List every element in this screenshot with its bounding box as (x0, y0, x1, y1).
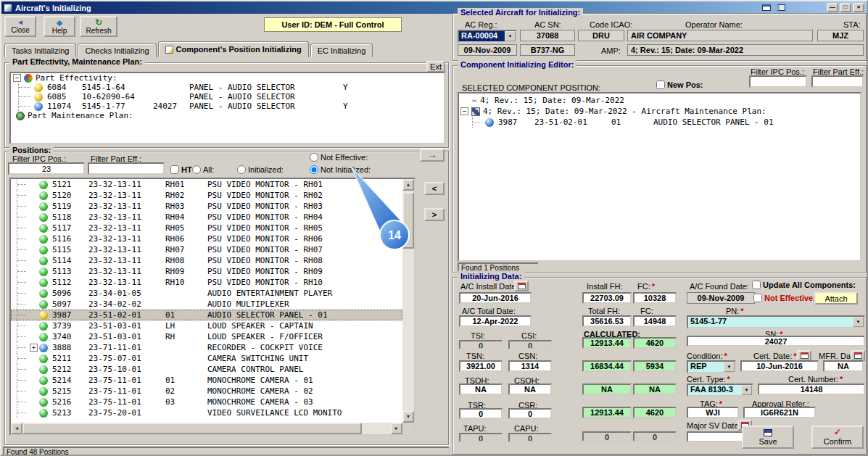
attach-button[interactable]: Attach (814, 292, 858, 304)
position-row[interactable]: + 5211 23-75-07-01 CAMERA SWITCHING UNIT (11, 353, 402, 364)
close-button[interactable]: ◄ Close (4, 16, 36, 37)
total-fh-field[interactable]: 35616.53 (582, 315, 632, 327)
position-row[interactable]: + 5120 23-32-13-11 RH02 PSU VIDEO MONITO… (11, 190, 402, 201)
total-fc-field[interactable]: 14948 (633, 315, 677, 327)
cert-type-select[interactable]: FAA 8130-3 ▼ (687, 384, 753, 397)
mfr-date-field[interactable]: NA (823, 360, 864, 372)
move-left-single-button[interactable]: < (424, 182, 445, 195)
radio-initialized[interactable]: Initialized: (237, 165, 284, 174)
approval-refer-field[interactable]: IG6R621N (743, 407, 816, 418)
scroll-right-button[interactable]: ► (391, 423, 402, 434)
titlebar-tool-icon-2[interactable] (774, 3, 788, 12)
position-row[interactable]: + 5216 23-75-11-01 03 MONOCHROME CAMERA … (11, 397, 402, 407)
radio-not-effective[interactable]: Not Effective: (310, 153, 368, 162)
position-row[interactable]: + 5096 23-34-01-05 AUDIO ENTERTAINMENT P… (11, 288, 402, 299)
position-row[interactable]: + 5116 23-32-13-11 RH06 PSU VIDEO MONITO… (11, 233, 402, 244)
minimize-button[interactable]: — (827, 3, 838, 12)
amp-node-row[interactable]: ✂ 4; Rev.: 15; Date: 09-Mar-2022 (459, 96, 860, 105)
confirm-button[interactable]: ✓ Confirm (811, 426, 864, 449)
install-fh-field[interactable]: 22703.09 (582, 292, 632, 304)
tab-tasks-initializing[interactable]: Tasks Initializing (4, 43, 76, 57)
close-window-button[interactable]: × (853, 3, 864, 12)
editor-filter-ipc-input[interactable] (749, 75, 807, 88)
tag-field[interactable]: WJI (687, 407, 739, 418)
tab-components-position-initializing[interactable]: Component's Position Initializing (158, 41, 309, 57)
tree-root-row[interactable]: − Part Effectivity: (11, 73, 444, 83)
position-row[interactable]: + 5121 23-32-13-11 RH01 PSU VIDEO MONITO… (11, 179, 402, 190)
not-effective-checkbox[interactable]: Not Effective: (753, 294, 816, 302)
position-row[interactable]: + 5112 23-32-13-11 RH10 PSU VIDEO MONITO… (11, 277, 402, 288)
dropdown-icon[interactable]: ▼ (741, 385, 752, 395)
radio-not-initialized-input[interactable] (310, 165, 318, 174)
tsn-field[interactable]: 3921.00 (459, 360, 503, 372)
horizontal-scrollbar[interactable]: ◄ ► (11, 423, 402, 434)
tsr-field[interactable]: 0 (459, 408, 503, 419)
radio-initialized-input[interactable] (237, 165, 246, 174)
refresh-button[interactable]: ↻ Refresh (80, 16, 117, 37)
csoh-field[interactable]: NA (508, 384, 552, 395)
cert-number-field[interactable]: 14148 (758, 384, 865, 395)
ac-total-date-field[interactable]: 12-Apr-2022 (459, 315, 532, 327)
position-row[interactable]: + 5213 23-75-20-01 VIDEO SURVEILANCE LCD… (11, 407, 402, 418)
new-pos-checkbox-input[interactable] (656, 80, 665, 89)
component-editor-tree[interactable]: ✂ 4; Rev.: 15; Date: 09-Mar-2022 − 4; Re… (458, 92, 861, 262)
tsoh-field[interactable]: NA (459, 384, 503, 395)
part-effectivity-item[interactable]: 6085 10-62090-64 PANEL - AUDIO SELECTOR (11, 92, 444, 101)
position-row[interactable]: + 3740 23-51-03-01 RH LOUD SPEAKER - F/O… (11, 331, 402, 342)
scroll-down-button[interactable]: ▼ (402, 411, 414, 423)
position-row[interactable]: + 3888 23-71-11-01 RECORDER - COCKPIT VO… (11, 342, 402, 353)
tab-checks-initializing[interactable]: Checks Initializing (78, 43, 156, 57)
dropdown-icon[interactable]: ▼ (724, 362, 735, 372)
part-effectivity-item[interactable]: 11074 5145-1-77 24027 PANEL - AUDIO SELE… (11, 101, 444, 111)
position-row[interactable]: + 5114 23-32-13-11 RH08 PSU VIDEO MONITO… (11, 255, 402, 266)
position-row[interactable]: + 5215 23-75-11-01 02 MONOCHROME CAMERA … (11, 386, 402, 397)
not-effective-checkbox-input[interactable] (753, 294, 762, 302)
position-row[interactable]: + 5117 23-32-13-11 RH05 PSU VIDEO MONITO… (11, 223, 402, 233)
position-row[interactable]: + 3987 23-51-02-01 01 AUDIO SELECTOR PAN… (11, 310, 402, 320)
cert-date-field[interactable]: 10-Jun-2016 (740, 360, 819, 372)
ext-button[interactable]: Ext (426, 61, 445, 72)
csr-field[interactable]: 0 (508, 408, 552, 419)
help-button[interactable]: ◆ Help (44, 16, 75, 37)
position-row[interactable]: + 5118 23-32-13-11 RH04 PSU VIDEO MONITO… (11, 212, 402, 223)
update-all-checkbox-input[interactable] (752, 281, 761, 289)
radio-all-input[interactable] (192, 165, 201, 174)
sn-field[interactable]: 24027 (687, 336, 865, 347)
selected-component-row[interactable]: 3987 23-51-02-01 01 AUDIO SELECTOR PANEL… (459, 117, 860, 127)
radio-not-effective-input[interactable] (310, 153, 318, 162)
ht-checkbox-input[interactable] (170, 165, 179, 174)
scroll-left-button[interactable]: ◄ (11, 423, 22, 434)
maximize-button[interactable]: □ (840, 3, 851, 12)
part-effectivity-item[interactable]: 6084 5145-1-64 PANEL - AUDIO SELECTOR Y (11, 83, 444, 92)
position-row[interactable]: + 5097 23-34-02-02 AUDIO MULTIPLEXER (11, 299, 402, 310)
plan-node-row[interactable]: − 4; Rev.: 15; Date: 09-Mar-2022 - Aircr… (459, 107, 860, 116)
position-row[interactable]: + 3739 23-51-03-01 LH LOUD SPEAKER - CAP… (11, 320, 402, 331)
cert-date-calendar-button[interactable] (797, 350, 811, 361)
save-button[interactable]: Save (742, 426, 794, 449)
maintenance-plan-row[interactable]: Part Maintenance Plan: (11, 111, 444, 120)
collapse-icon[interactable]: − (13, 74, 21, 82)
filter-part-input[interactable] (88, 162, 165, 175)
position-row[interactable]: + 5214 23-75-11-01 01 MONOCHROME CAMERA … (11, 375, 402, 386)
part-effectivity-tree[interactable]: − Part Effectivity: 6084 5145-1-64 PANEL… (9, 72, 445, 144)
position-row[interactable]: + 5212 23-75-10-01 CAMERA CONTROL PANEL (11, 364, 402, 375)
titlebar-tool-icon-1[interactable] (760, 3, 773, 12)
install-fc-field[interactable]: 10328 (633, 292, 677, 304)
ac-reg-select[interactable]: RA-00004 ▼ (458, 30, 517, 43)
condition-select[interactable]: REP ▼ (687, 360, 736, 373)
position-row[interactable]: + 5113 23-32-13-11 RH09 PSU VIDEO MONITO… (11, 266, 402, 277)
radio-all[interactable]: All: (192, 165, 214, 174)
editor-filter-part-input[interactable] (811, 75, 864, 88)
install-date-calendar-button[interactable] (514, 281, 529, 291)
move-right-button[interactable]: → (420, 149, 445, 162)
ac-install-date-field[interactable]: 20-Jun-2016 (459, 292, 532, 304)
titlebar[interactable]: Aircraft's Initializing — □ × (1, 1, 867, 14)
dropdown-icon[interactable]: ▼ (505, 31, 516, 41)
update-all-checkbox[interactable]: Update All Components: (752, 281, 856, 289)
ht-checkbox[interactable]: HT (170, 165, 192, 174)
tab-ec-initializing[interactable]: EC Initializing (310, 43, 373, 57)
horizontal-scrollbar-thumb[interactable] (22, 423, 362, 434)
new-pos-checkbox[interactable]: New Pos: (656, 80, 703, 89)
move-right-single-button[interactable]: > (424, 208, 445, 221)
pn-select[interactable]: 5145-1-77 ▼ (687, 315, 865, 328)
